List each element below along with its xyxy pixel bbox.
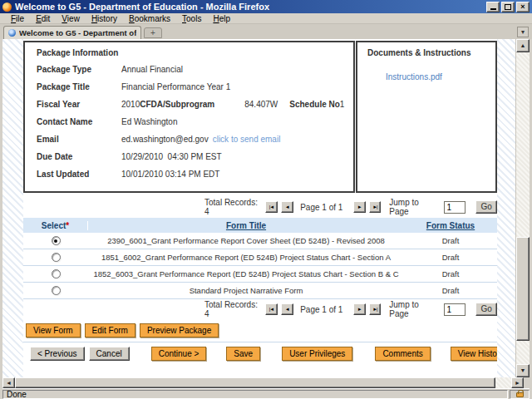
last-page-button[interactable]: ►| bbox=[369, 201, 382, 213]
page-indicator: Page 1 of 1 bbox=[300, 203, 343, 212]
firefox-icon bbox=[2, 2, 12, 12]
fiscal-year-value: 2010 bbox=[121, 100, 140, 109]
horizontal-scrollbar-track[interactable] bbox=[495, 377, 511, 388]
vertical-scrollbar[interactable]: ▲ ▼ bbox=[515, 39, 530, 377]
go-button[interactable]: Go bbox=[475, 303, 497, 316]
menu-history[interactable]: History bbox=[86, 14, 123, 23]
total-records-label: Total Records: 4 bbox=[204, 198, 262, 216]
form-status-cell: Draft bbox=[404, 253, 497, 262]
horizontal-scrollbar-thumb[interactable] bbox=[15, 377, 495, 388]
email-value: ed.washington@ed.gov bbox=[121, 135, 209, 144]
package-type-row: Package Type Annual Financial bbox=[37, 61, 348, 78]
package-title-value: Financial Performance Year 1 bbox=[121, 82, 230, 91]
preview-package-button[interactable]: Preview Package bbox=[140, 323, 219, 337]
cfda-value: 84.407W bbox=[244, 100, 278, 109]
comments-button[interactable]: Comments bbox=[375, 347, 430, 361]
menu-tools[interactable]: Tools bbox=[176, 14, 207, 23]
status-bar: Done bbox=[2, 388, 530, 399]
form-select-radio[interactable] bbox=[52, 253, 61, 262]
last-page-button[interactable]: ►| bbox=[369, 303, 382, 315]
pagination-bottom: Total Records: 4 |◄ ◄ Page 1 of 1 ► ►| J… bbox=[23, 301, 497, 318]
view-form-button[interactable]: View Form bbox=[26, 323, 81, 337]
cancel-button[interactable]: Cancel bbox=[89, 347, 130, 361]
list-all-tabs-button[interactable]: ▾ bbox=[517, 27, 529, 37]
go-button[interactable]: Go bbox=[475, 200, 497, 214]
previous-page-button[interactable]: ◄ bbox=[281, 303, 293, 315]
contact-name-row: Contact Name Ed Washington bbox=[37, 113, 348, 131]
previous-page-button[interactable]: ◄ bbox=[281, 201, 293, 213]
contact-name-value: Ed Washington bbox=[121, 117, 177, 126]
scroll-left-button[interactable]: ◄ bbox=[2, 377, 15, 388]
continue-button[interactable]: Continue > bbox=[151, 347, 207, 361]
due-date-label: Due Date bbox=[37, 152, 121, 161]
tab-bar: Welcome to G5 - Department of Edu... + ▾ bbox=[0, 24, 532, 39]
form-select-radio[interactable] bbox=[52, 286, 61, 295]
form-status-cell: Draft bbox=[404, 236, 497, 245]
menu-edit[interactable]: Edit bbox=[30, 14, 56, 23]
menu-bookmarks[interactable]: Bookmarks bbox=[123, 14, 176, 23]
g5-page: Package Information Package Type Annual … bbox=[23, 39, 497, 377]
form-title-cell: 1851_6002_Grant Performance Report (ED 5… bbox=[88, 253, 404, 262]
padlock-icon bbox=[516, 392, 524, 397]
save-button[interactable]: Save bbox=[226, 347, 260, 361]
user-privileges-button[interactable]: User Privileges bbox=[282, 347, 352, 361]
tab-title: Welcome to G5 - Department of Edu... bbox=[19, 28, 136, 37]
menu-help[interactable]: Help bbox=[207, 14, 236, 23]
first-page-button[interactable]: |◄ bbox=[265, 201, 278, 213]
new-tab-button[interactable]: + bbox=[144, 27, 162, 38]
minimize-icon bbox=[490, 8, 496, 10]
form-title-column-header[interactable]: Form Title bbox=[226, 221, 266, 230]
tab-welcome-g5[interactable]: Welcome to G5 - Department of Edu... bbox=[3, 26, 141, 39]
last-updated-value: 10/01/2010 03:14 PM EDT bbox=[121, 170, 219, 179]
actions-separator bbox=[23, 342, 497, 342]
form-status-column-header[interactable]: Form Status bbox=[426, 221, 475, 230]
package-information-panel: Package Information Package Type Annual … bbox=[23, 41, 355, 193]
next-page-button[interactable]: ► bbox=[353, 303, 366, 315]
pagination-top: Total Records: 4 |◄ ◄ Page 1 of 1 ► ►| J… bbox=[23, 199, 497, 215]
package-type-label: Package Type bbox=[37, 65, 121, 74]
form-title-cell: 2390_6001_Grant Performance Report Cover… bbox=[88, 236, 404, 245]
previous-button[interactable]: < Previous bbox=[30, 347, 85, 361]
page-indicator: Page 1 of 1 bbox=[300, 305, 343, 314]
scroll-right-button[interactable]: ► bbox=[511, 377, 524, 388]
scroll-down-button[interactable]: ▼ bbox=[516, 364, 530, 377]
menu-file[interactable]: File bbox=[5, 14, 30, 23]
email-label: Email bbox=[37, 135, 121, 144]
g5-favicon-icon bbox=[8, 29, 16, 37]
status-text: Done bbox=[2, 390, 508, 399]
send-email-link[interactable]: click to send email bbox=[213, 135, 281, 144]
close-button[interactable]: × bbox=[516, 2, 530, 12]
restore-button[interactable] bbox=[501, 2, 515, 12]
table-row: 2390_6001_Grant Performance Report Cover… bbox=[23, 233, 497, 249]
documents-instructions-panel: Documents & Instructions Instructions.pd… bbox=[356, 41, 497, 193]
select-column-header: Select* bbox=[23, 221, 88, 230]
due-date-value: 10/29/2010 04:30 PM EST bbox=[121, 152, 222, 161]
edit-form-button[interactable]: Edit Form bbox=[85, 323, 135, 337]
schedule-no-value: 1 bbox=[340, 100, 345, 109]
jump-to-page-input[interactable] bbox=[444, 303, 466, 316]
minimize-button[interactable] bbox=[486, 2, 500, 12]
required-mark: * bbox=[66, 221, 69, 230]
table-row: Standard Project Narrative Form Draft bbox=[23, 283, 497, 299]
scroll-up-button[interactable]: ▲ bbox=[516, 39, 530, 52]
horizontal-scrollbar[interactable]: ◄ ► bbox=[2, 377, 530, 388]
form-select-radio[interactable] bbox=[52, 236, 61, 245]
form-title-cell: 1852_6003_Grant Performance Report (ED 5… bbox=[88, 269, 404, 278]
documents-instructions-title: Documents & Instructions bbox=[367, 48, 490, 61]
first-page-button[interactable]: |◄ bbox=[265, 303, 278, 315]
instructions-pdf-link[interactable]: Instructions.pdf bbox=[386, 72, 490, 81]
jump-to-page-input[interactable] bbox=[444, 201, 466, 214]
page-left-margin bbox=[2, 39, 23, 377]
menu-view[interactable]: View bbox=[56, 14, 86, 23]
forms-table-header: Select* Form Title Form Status bbox=[23, 218, 497, 233]
form-select-radio[interactable] bbox=[52, 269, 61, 278]
package-information-title: Package Information bbox=[37, 48, 348, 61]
next-page-button[interactable]: ► bbox=[353, 201, 366, 213]
fiscal-year-label: Fiscal Year bbox=[37, 100, 121, 109]
scrollbar-corner bbox=[524, 377, 530, 388]
due-date-row: Due Date 10/29/2010 04:30 PM EST bbox=[37, 148, 348, 165]
total-records-label: Total Records: 4 bbox=[204, 300, 262, 318]
vertical-scrollbar-thumb[interactable] bbox=[516, 237, 530, 341]
close-icon: × bbox=[520, 3, 525, 11]
window-title: Welcome to G5 - Department of Education … bbox=[15, 1, 486, 12]
